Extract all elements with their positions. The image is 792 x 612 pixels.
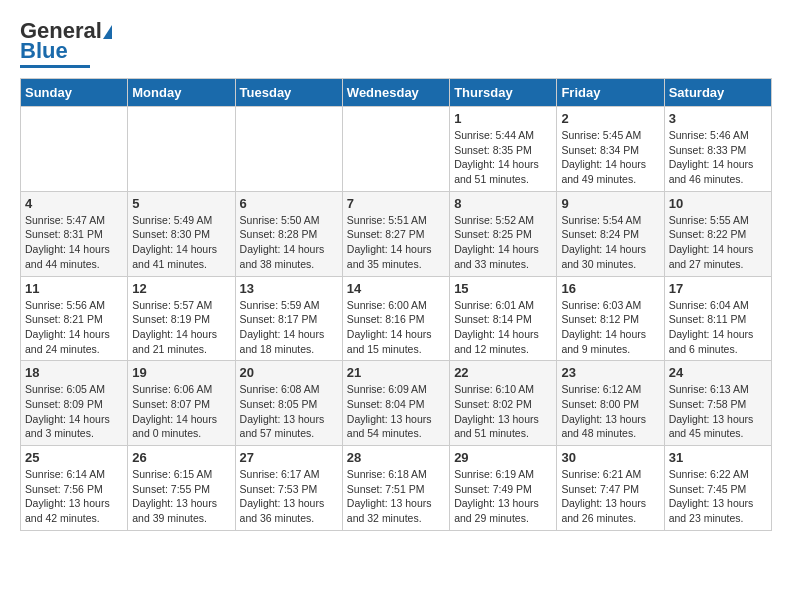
day-number: 9	[561, 196, 659, 211]
day-detail: Sunrise: 5:56 AM Sunset: 8:21 PM Dayligh…	[25, 298, 123, 357]
day-detail: Sunrise: 5:44 AM Sunset: 8:35 PM Dayligh…	[454, 128, 552, 187]
day-of-week-header: Thursday	[450, 79, 557, 107]
day-detail: Sunrise: 5:55 AM Sunset: 8:22 PM Dayligh…	[669, 213, 767, 272]
day-number: 21	[347, 365, 445, 380]
calendar-week-row: 18Sunrise: 6:05 AM Sunset: 8:09 PM Dayli…	[21, 361, 772, 446]
calendar-cell: 28Sunrise: 6:18 AM Sunset: 7:51 PM Dayli…	[342, 446, 449, 531]
day-detail: Sunrise: 5:52 AM Sunset: 8:25 PM Dayligh…	[454, 213, 552, 272]
page-header: General Blue	[20, 20, 772, 68]
day-number: 18	[25, 365, 123, 380]
day-number: 13	[240, 281, 338, 296]
day-number: 26	[132, 450, 230, 465]
day-detail: Sunrise: 5:50 AM Sunset: 8:28 PM Dayligh…	[240, 213, 338, 272]
calendar-cell: 1Sunrise: 5:44 AM Sunset: 8:35 PM Daylig…	[450, 107, 557, 192]
calendar-header-row: SundayMondayTuesdayWednesdayThursdayFrid…	[21, 79, 772, 107]
day-number: 10	[669, 196, 767, 211]
day-number: 15	[454, 281, 552, 296]
day-number: 23	[561, 365, 659, 380]
calendar-cell: 5Sunrise: 5:49 AM Sunset: 8:30 PM Daylig…	[128, 191, 235, 276]
day-number: 11	[25, 281, 123, 296]
day-of-week-header: Wednesday	[342, 79, 449, 107]
day-number: 12	[132, 281, 230, 296]
calendar-week-row: 11Sunrise: 5:56 AM Sunset: 8:21 PM Dayli…	[21, 276, 772, 361]
day-detail: Sunrise: 6:22 AM Sunset: 7:45 PM Dayligh…	[669, 467, 767, 526]
day-detail: Sunrise: 6:06 AM Sunset: 8:07 PM Dayligh…	[132, 382, 230, 441]
logo-underline	[20, 65, 90, 68]
calendar-cell: 24Sunrise: 6:13 AM Sunset: 7:58 PM Dayli…	[664, 361, 771, 446]
day-detail: Sunrise: 6:15 AM Sunset: 7:55 PM Dayligh…	[132, 467, 230, 526]
day-number: 17	[669, 281, 767, 296]
day-detail: Sunrise: 5:49 AM Sunset: 8:30 PM Dayligh…	[132, 213, 230, 272]
day-number: 1	[454, 111, 552, 126]
calendar-cell: 3Sunrise: 5:46 AM Sunset: 8:33 PM Daylig…	[664, 107, 771, 192]
day-detail: Sunrise: 6:01 AM Sunset: 8:14 PM Dayligh…	[454, 298, 552, 357]
day-number: 2	[561, 111, 659, 126]
calendar-cell: 26Sunrise: 6:15 AM Sunset: 7:55 PM Dayli…	[128, 446, 235, 531]
calendar-cell: 29Sunrise: 6:19 AM Sunset: 7:49 PM Dayli…	[450, 446, 557, 531]
calendar-cell: 12Sunrise: 5:57 AM Sunset: 8:19 PM Dayli…	[128, 276, 235, 361]
calendar-cell	[235, 107, 342, 192]
calendar-cell: 25Sunrise: 6:14 AM Sunset: 7:56 PM Dayli…	[21, 446, 128, 531]
calendar-cell: 30Sunrise: 6:21 AM Sunset: 7:47 PM Dayli…	[557, 446, 664, 531]
day-detail: Sunrise: 6:14 AM Sunset: 7:56 PM Dayligh…	[25, 467, 123, 526]
day-detail: Sunrise: 5:59 AM Sunset: 8:17 PM Dayligh…	[240, 298, 338, 357]
calendar-cell: 31Sunrise: 6:22 AM Sunset: 7:45 PM Dayli…	[664, 446, 771, 531]
day-detail: Sunrise: 6:17 AM Sunset: 7:53 PM Dayligh…	[240, 467, 338, 526]
day-detail: Sunrise: 6:09 AM Sunset: 8:04 PM Dayligh…	[347, 382, 445, 441]
day-detail: Sunrise: 5:46 AM Sunset: 8:33 PM Dayligh…	[669, 128, 767, 187]
day-detail: Sunrise: 5:51 AM Sunset: 8:27 PM Dayligh…	[347, 213, 445, 272]
day-of-week-header: Tuesday	[235, 79, 342, 107]
calendar-cell: 2Sunrise: 5:45 AM Sunset: 8:34 PM Daylig…	[557, 107, 664, 192]
day-number: 30	[561, 450, 659, 465]
calendar-cell: 21Sunrise: 6:09 AM Sunset: 8:04 PM Dayli…	[342, 361, 449, 446]
day-number: 29	[454, 450, 552, 465]
calendar-cell	[21, 107, 128, 192]
calendar-cell: 27Sunrise: 6:17 AM Sunset: 7:53 PM Dayli…	[235, 446, 342, 531]
day-number: 24	[669, 365, 767, 380]
calendar-cell: 19Sunrise: 6:06 AM Sunset: 8:07 PM Dayli…	[128, 361, 235, 446]
day-number: 8	[454, 196, 552, 211]
calendar-cell	[128, 107, 235, 192]
day-detail: Sunrise: 6:18 AM Sunset: 7:51 PM Dayligh…	[347, 467, 445, 526]
calendar-cell: 11Sunrise: 5:56 AM Sunset: 8:21 PM Dayli…	[21, 276, 128, 361]
calendar-cell: 9Sunrise: 5:54 AM Sunset: 8:24 PM Daylig…	[557, 191, 664, 276]
calendar-cell: 6Sunrise: 5:50 AM Sunset: 8:28 PM Daylig…	[235, 191, 342, 276]
day-of-week-header: Sunday	[21, 79, 128, 107]
day-number: 31	[669, 450, 767, 465]
day-detail: Sunrise: 6:12 AM Sunset: 8:00 PM Dayligh…	[561, 382, 659, 441]
day-detail: Sunrise: 6:10 AM Sunset: 8:02 PM Dayligh…	[454, 382, 552, 441]
day-detail: Sunrise: 6:04 AM Sunset: 8:11 PM Dayligh…	[669, 298, 767, 357]
calendar-cell: 18Sunrise: 6:05 AM Sunset: 8:09 PM Dayli…	[21, 361, 128, 446]
calendar-cell: 17Sunrise: 6:04 AM Sunset: 8:11 PM Dayli…	[664, 276, 771, 361]
day-detail: Sunrise: 5:54 AM Sunset: 8:24 PM Dayligh…	[561, 213, 659, 272]
day-detail: Sunrise: 6:13 AM Sunset: 7:58 PM Dayligh…	[669, 382, 767, 441]
calendar-cell: 22Sunrise: 6:10 AM Sunset: 8:02 PM Dayli…	[450, 361, 557, 446]
calendar-week-row: 4Sunrise: 5:47 AM Sunset: 8:31 PM Daylig…	[21, 191, 772, 276]
day-number: 27	[240, 450, 338, 465]
day-number: 3	[669, 111, 767, 126]
calendar-cell	[342, 107, 449, 192]
day-of-week-header: Saturday	[664, 79, 771, 107]
day-of-week-header: Monday	[128, 79, 235, 107]
day-number: 25	[25, 450, 123, 465]
day-number: 6	[240, 196, 338, 211]
day-detail: Sunrise: 5:57 AM Sunset: 8:19 PM Dayligh…	[132, 298, 230, 357]
calendar-cell: 8Sunrise: 5:52 AM Sunset: 8:25 PM Daylig…	[450, 191, 557, 276]
calendar-week-row: 25Sunrise: 6:14 AM Sunset: 7:56 PM Dayli…	[21, 446, 772, 531]
calendar-cell: 14Sunrise: 6:00 AM Sunset: 8:16 PM Dayli…	[342, 276, 449, 361]
day-detail: Sunrise: 6:21 AM Sunset: 7:47 PM Dayligh…	[561, 467, 659, 526]
day-detail: Sunrise: 5:47 AM Sunset: 8:31 PM Dayligh…	[25, 213, 123, 272]
day-number: 28	[347, 450, 445, 465]
logo: General Blue	[20, 20, 112, 68]
day-detail: Sunrise: 6:03 AM Sunset: 8:12 PM Dayligh…	[561, 298, 659, 357]
calendar-cell: 20Sunrise: 6:08 AM Sunset: 8:05 PM Dayli…	[235, 361, 342, 446]
calendar-cell: 13Sunrise: 5:59 AM Sunset: 8:17 PM Dayli…	[235, 276, 342, 361]
calendar-cell: 16Sunrise: 6:03 AM Sunset: 8:12 PM Dayli…	[557, 276, 664, 361]
day-number: 19	[132, 365, 230, 380]
day-detail: Sunrise: 6:08 AM Sunset: 8:05 PM Dayligh…	[240, 382, 338, 441]
calendar-cell: 10Sunrise: 5:55 AM Sunset: 8:22 PM Dayli…	[664, 191, 771, 276]
calendar-cell: 4Sunrise: 5:47 AM Sunset: 8:31 PM Daylig…	[21, 191, 128, 276]
day-detail: Sunrise: 6:00 AM Sunset: 8:16 PM Dayligh…	[347, 298, 445, 357]
day-number: 20	[240, 365, 338, 380]
calendar-table: SundayMondayTuesdayWednesdayThursdayFrid…	[20, 78, 772, 531]
